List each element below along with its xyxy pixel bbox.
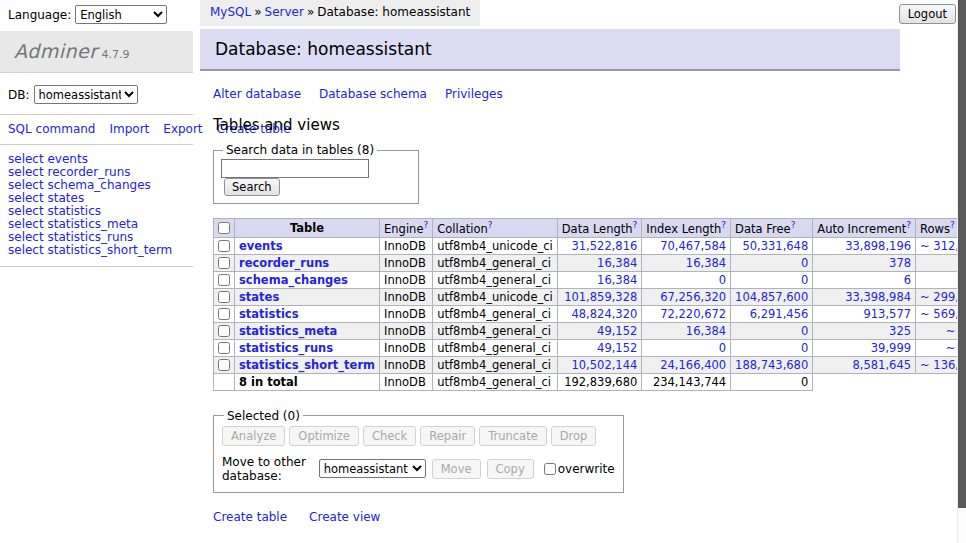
help-link[interactable]: ? [906,220,911,230]
index-length-link[interactable]: 0 [719,273,726,287]
auto-increment-link[interactable]: 33,398,984 [845,290,911,304]
breadcrumb-server-link[interactable]: Server [265,5,304,19]
row-checkbox[interactable] [218,240,230,252]
auto-increment-link[interactable]: 33,898,196 [845,239,911,253]
auto-increment-link[interactable]: 39,999 [871,341,911,355]
auto-increment-link[interactable]: 8,581,645 [853,358,912,372]
search-input[interactable] [221,159,369,178]
help-link[interactable]: ? [791,220,796,230]
auto-increment-link[interactable]: 913,577 [863,307,911,321]
analyze-button[interactable]: Analyze [222,426,285,446]
select-all-checkbox[interactable] [218,222,230,234]
move-button[interactable]: Move [432,459,481,479]
help-link[interactable]: ? [633,220,638,230]
logout-button[interactable]: Logout [899,4,956,24]
data-length-link[interactable]: 48,824,320 [571,307,637,321]
optimize-button[interactable]: Optimize [289,426,359,446]
index-length-link[interactable]: 72,220,672 [660,307,726,321]
help-link[interactable]: ? [488,220,493,230]
table-name-link[interactable]: events [239,239,283,253]
select-link[interactable]: select [8,191,44,205]
index-length-link[interactable]: 70,467,584 [660,239,726,253]
data-length-link[interactable]: 101,859,328 [564,290,637,304]
table-name-link[interactable]: recorder_runs [239,256,329,270]
data-length-link[interactable]: 16,384 [597,256,637,270]
table-name-link[interactable]: states [47,191,84,205]
data-free-link[interactable]: 6,291,456 [750,307,809,321]
row-checkbox[interactable] [218,291,230,303]
data-free-link[interactable]: 188,743,680 [735,358,808,372]
copy-button[interactable]: Copy [487,459,534,479]
table-name-link[interactable]: statistics_runs [239,341,333,355]
table-name-link[interactable]: recorder_runs [47,165,130,179]
alter-database-link[interactable]: Alter database [213,87,301,101]
index-length-link[interactable]: 24,166,400 [660,358,726,372]
select-link[interactable]: select [8,230,44,244]
data-free-link[interactable]: 104,857,600 [735,290,808,304]
table-name-link[interactable]: schema_changes [239,273,348,287]
scrollbar-thumb[interactable] [958,0,966,508]
index-length-link[interactable]: 16,384 [686,324,726,338]
export-link[interactable]: Export [163,122,202,136]
help-link[interactable]: ? [950,220,955,230]
help-link[interactable]: ? [721,220,726,230]
row-checkbox[interactable] [218,325,230,337]
auto-increment-link[interactable]: 6 [904,273,911,287]
row-checkbox-cell [214,288,235,305]
data-length-link[interactable]: 31,522,816 [571,239,637,253]
row-checkbox[interactable] [218,342,230,354]
table-name-link[interactable]: statistics_meta [47,217,138,231]
table-name-link[interactable]: schema_changes [47,178,150,192]
database-schema-link[interactable]: Database schema [319,87,427,101]
table-name-link[interactable]: statistics [47,204,101,218]
check-button[interactable]: Check [363,426,416,446]
data-free-link[interactable]: 0 [801,273,808,287]
breadcrumb-mysql-link[interactable]: MySQL [210,5,251,19]
breadcrumb-separator: » [254,5,261,19]
sql-command-link[interactable]: SQL command [8,122,95,136]
import-link[interactable]: Import [109,122,149,136]
privileges-link[interactable]: Privileges [445,87,503,101]
table-name-link[interactable]: statistics [239,307,299,321]
auto-increment-link[interactable]: 378 [889,256,911,270]
select-link[interactable]: select [8,204,44,218]
row-checkbox[interactable] [218,359,230,371]
drop-button[interactable]: Drop [551,426,597,446]
search-button[interactable]: Search [224,178,280,196]
truncate-button[interactable]: Truncate [479,426,547,446]
create-table-link[interactable]: Create table [213,510,287,524]
table-name-link[interactable]: statistics_meta [239,324,337,338]
table-name-link[interactable]: statistics_short_term [47,243,172,257]
data-free-link[interactable]: 0 [801,341,808,355]
table-name-link[interactable]: statistics_short_term [239,358,375,372]
table-name-link[interactable]: events [47,152,87,166]
select-link[interactable]: select [8,165,44,179]
index-length-link[interactable]: 16,384 [686,256,726,270]
data-free-link[interactable]: 50,331,648 [742,239,808,253]
table-name-link[interactable]: statistics_runs [47,230,133,244]
help-link[interactable]: ? [423,220,428,230]
select-link[interactable]: select [8,178,44,192]
data-length-link[interactable]: 16,384 [597,273,637,287]
data-free-link[interactable]: 0 [801,324,808,338]
table-name-link[interactable]: states [239,290,279,304]
data-free-link[interactable]: 0 [801,256,808,270]
data-length-link[interactable]: 10,502,144 [571,358,637,372]
db-select[interactable]: homeassistant [34,85,138,104]
select-link[interactable]: select [8,217,44,231]
repair-button[interactable]: Repair [420,426,475,446]
overwrite-checkbox[interactable] [544,463,556,475]
create-view-link[interactable]: Create view [309,510,380,524]
row-checkbox[interactable] [218,308,230,320]
select-link[interactable]: select [8,152,44,166]
data-length-link[interactable]: 49,152 [597,324,637,338]
row-checkbox[interactable] [218,257,230,269]
move-database-select[interactable]: homeassistant [319,459,426,478]
row-checkbox[interactable] [218,274,230,286]
auto-increment-link[interactable]: 325 [889,324,911,338]
index-length-link[interactable]: 67,256,320 [660,290,726,304]
index-length-link[interactable]: 0 [719,341,726,355]
select-link[interactable]: select [8,243,44,257]
language-select[interactable]: English [75,5,167,24]
data-length-link[interactable]: 49,152 [597,341,637,355]
